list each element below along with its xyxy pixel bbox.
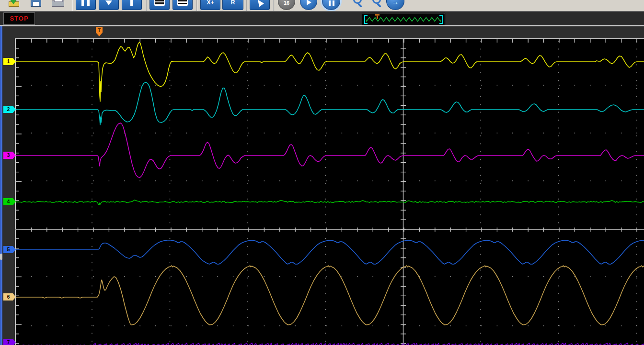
- trigger-setup-button[interactable]: [122, 0, 142, 10]
- toolbar-separator: [72, 0, 73, 11]
- toolbar-separator: [196, 0, 197, 11]
- open-button[interactable]: [4, 0, 23, 10]
- oscilloscope-app: { "toolbar": { "bg": "#d6d2ca", "buttons…: [0, 0, 644, 345]
- math-channel-button[interactable]: X+: [200, 0, 220, 10]
- channel-setup-button[interactable]: [76, 0, 96, 10]
- vertical-setup-button[interactable]: [99, 0, 119, 10]
- pause-button[interactable]: [322, 0, 340, 10]
- trigger-overview-waveform: [362, 13, 445, 25]
- save-button[interactable]: [26, 0, 45, 10]
- separator-line: [0, 25, 644, 26]
- reference-channel-button[interactable]: R: [222, 0, 243, 10]
- vertical-scrollbar[interactable]: [0, 26, 2, 345]
- control-row: STOP: [0, 11, 644, 25]
- button-label: R: [223, 0, 243, 6]
- toolbar: X+R16→: [0, 0, 644, 11]
- annotate-button[interactable]: →: [386, 0, 404, 10]
- zoom-out-button[interactable]: [367, 0, 385, 10]
- run-button[interactable]: [300, 0, 317, 10]
- waveform-panel: [0, 26, 644, 345]
- toolbar-separator: [273, 0, 274, 11]
- zoom-in-button[interactable]: [348, 0, 366, 10]
- trigger-overview[interactable]: [362, 13, 445, 26]
- button-label: X+: [201, 0, 220, 6]
- sample-depth-button[interactable]: 16: [278, 0, 295, 10]
- cursor-button[interactable]: [250, 0, 270, 10]
- scrollbar-thumb[interactable]: [0, 254, 2, 260]
- button-label: 16: [278, 0, 295, 6]
- merge-screen-button[interactable]: [172, 0, 193, 10]
- print-button[interactable]: [47, 0, 68, 10]
- split-screen-button[interactable]: [150, 0, 170, 10]
- toolbar-separator: [246, 0, 247, 11]
- stop-indicator[interactable]: STOP: [3, 12, 35, 25]
- toolbar-separator: [146, 0, 147, 11]
